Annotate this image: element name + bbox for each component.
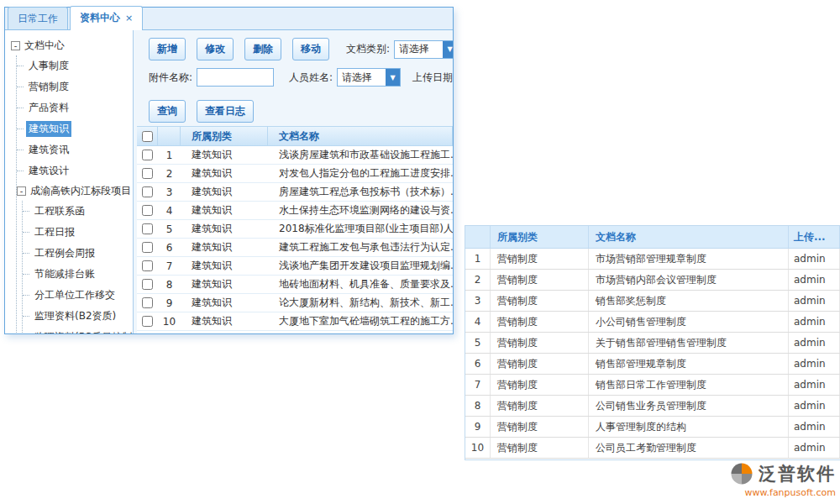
collapse-icon[interactable]: - <box>11 41 20 50</box>
tree-item-label: 工程例会周报 <box>32 245 97 261</box>
table-row[interactable]: 5 建筑知识 2018标准化监理项目部(业主项目部)人员... <box>137 220 453 239</box>
row-doc-name: 小公司销售管理制度 <box>589 312 789 332</box>
delete-button[interactable]: 删除 <box>244 38 281 60</box>
tree-item-label: 分工单位工作移交 <box>32 287 118 303</box>
collapse-icon[interactable]: - <box>17 186 26 196</box>
document-list-pane: 新增 修改 删除 移动 文档类别: 请选择 ▼ 文档 附件名称: 人员姓名: 请… <box>134 30 453 333</box>
tree-item-supervision-b3[interactable]: 监理资料(B3质量控制) <box>23 327 133 333</box>
table-row[interactable]: 9 营销制度 人事管理制度的结构 admin <box>465 417 840 438</box>
tree-item-contact-letter[interactable]: 工程联系函 <box>23 201 133 222</box>
table-row[interactable]: 4 建筑知识 水土保持生态环境监测网络的建设与资... <box>137 202 453 220</box>
row-checkbox[interactable] <box>142 279 153 290</box>
row-doc-name: 销售部管理规章制度 <box>589 354 789 374</box>
tab-data-center[interactable]: 资料中心× <box>70 6 143 30</box>
tree-item-construction-news[interactable]: 建筑资讯 <box>17 139 133 160</box>
header-category: 所属别类 <box>491 226 589 248</box>
document-table: 所属别类 文档名称 1 建筑知识 浅谈房屋建筑和市政基础设施工程施工... 2 … <box>137 126 453 333</box>
row-doc-name: 市场营销部管理规章制度 <box>589 249 789 269</box>
move-button[interactable]: 移动 <box>292 38 329 60</box>
tree-item-construction-knowledge-selected[interactable]: 建筑知识 <box>17 118 133 139</box>
edit-button[interactable]: 修改 <box>197 38 234 60</box>
add-button[interactable]: 新增 <box>149 38 186 60</box>
row-checkbox[interactable] <box>142 260 153 271</box>
table-row[interactable]: 8 营销制度 公司销售业务员管理制度 admin <box>465 396 840 417</box>
chevron-down-icon[interactable]: ▼ <box>443 41 453 58</box>
row-number: 2 <box>465 270 491 290</box>
row-doc-name: 2018标准化监理项目部(业主项目部)人员... <box>268 220 453 238</box>
row-checkbox[interactable] <box>142 205 153 216</box>
select-all-checkbox[interactable] <box>142 131 153 142</box>
chevron-down-icon[interactable]: ▼ <box>386 69 400 86</box>
attachment-name-input[interactable] <box>197 68 274 87</box>
table-row[interactable]: 2 营销制度 市场营销内部会议管理制度 admin <box>465 270 840 291</box>
table-row[interactable]: 4 营销制度 小公司销售管理制度 admin <box>465 312 840 333</box>
query-button[interactable]: 查询 <box>149 100 186 123</box>
view-log-button[interactable]: 查看日志 <box>197 100 254 123</box>
tree-root-document-center[interactable]: - 文档中心 <box>11 36 133 55</box>
header-index <box>158 127 181 145</box>
row-checkbox[interactable] <box>142 223 153 234</box>
close-icon[interactable]: × <box>125 13 133 24</box>
table-row[interactable]: 1 建筑知识 浅谈房屋建筑和市政基础设施工程施工... <box>137 146 453 165</box>
tree-item-construction-design[interactable]: 建筑设计 <box>17 160 133 181</box>
row-uploader: admin <box>789 249 840 269</box>
tree-item-work-transfer[interactable]: 分工单位工作移交 <box>23 285 133 306</box>
row-doc-name: 人事管理制度的结构 <box>589 417 789 437</box>
row-doc-name: 市场营销内部会议管理制度 <box>589 270 789 290</box>
row-category: 建筑知识 <box>181 257 268 275</box>
tree-item-daily-report[interactable]: 工程日报 <box>23 222 133 243</box>
tree-item-personnel-policy[interactable]: 人事制度 <box>17 55 133 76</box>
table-row[interactable]: 6 营销制度 销售部管理规章制度 admin <box>465 354 840 375</box>
row-number: 5 <box>465 333 491 353</box>
row-number: 9 <box>158 294 181 312</box>
table-row[interactable]: 3 营销制度 销售部奖惩制度 admin <box>465 291 840 312</box>
table-row[interactable]: 8 建筑知识 地砖地面材料、机具准备、质量要求及... <box>137 276 453 294</box>
tree-item-label: 监理资料(B3质量控制) <box>32 329 133 333</box>
row-category: 建筑知识 <box>181 294 268 312</box>
tree-item-label: 建筑知识 <box>26 121 71 137</box>
row-category: 建筑知识 <box>181 220 268 238</box>
row-doc-name: 地砖地面材料、机具准备、质量要求及... <box>268 276 453 293</box>
person-value: 请选择 <box>338 71 386 85</box>
row-number: 5 <box>158 220 181 238</box>
row-uploader: admin <box>789 312 840 332</box>
doc-type-select[interactable]: 请选择 ▼ <box>394 40 453 59</box>
row-checkbox[interactable] <box>142 242 153 253</box>
table-header: 所属别类 文档名称 上传... <box>465 226 840 249</box>
row-category: 建筑知识 <box>181 202 268 219</box>
tree-item-weekly-meeting[interactable]: 工程例会周报 <box>23 243 133 264</box>
table-row[interactable]: 1 营销制度 市场营销部管理规章制度 admin <box>465 249 840 270</box>
row-checkbox[interactable] <box>142 168 153 179</box>
tree-item-label: 建筑资讯 <box>26 142 71 158</box>
table-row[interactable]: 7 营销制度 销售部日常工作管理制度 admin <box>465 375 840 396</box>
table-row[interactable]: 6 建筑知识 建筑工程施工发包与承包违法行为认定... <box>137 239 453 257</box>
row-doc-name: 水土保持生态环境监测网络的建设与资... <box>268 202 453 219</box>
row-checkbox[interactable] <box>142 297 153 308</box>
row-doc-name: 销售部奖惩制度 <box>589 291 789 311</box>
table-row[interactable]: 10 建筑知识 大厦地下室加气砼墙砌筑工程的施工方... <box>137 312 453 331</box>
row-number: 8 <box>465 396 491 416</box>
person-select[interactable]: 请选择 ▼ <box>337 68 401 87</box>
row-checkbox[interactable] <box>142 186 153 197</box>
row-category: 营销制度 <box>491 417 589 437</box>
table-row[interactable]: 5 营销制度 关于销售部管理销售管理制度 admin <box>465 333 840 354</box>
row-doc-name: 浅谈房屋建筑和市政基础设施工程施工... <box>268 146 453 164</box>
table-row[interactable]: 7 建筑知识 浅谈地产集团开发建设项目监理规划编... <box>137 257 453 276</box>
table-row[interactable]: 2 建筑知识 对发包人指定分包的工程施工进度安排... <box>137 165 453 183</box>
table-row[interactable]: 10 营销制度 公司员工考勤管理制度 admin <box>465 438 840 459</box>
tree-item-product-data[interactable]: 产品资料 <box>17 97 133 118</box>
table-row[interactable]: 9 建筑知识 论大厦新材料、新结构、新技术、新工... <box>137 294 453 312</box>
tree-root-project[interactable]: - 成渝高铁内江标段项目 <box>17 181 133 201</box>
row-checkbox[interactable] <box>142 150 153 160</box>
row-category: 建筑知识 <box>181 183 268 201</box>
table-row[interactable]: 3 建筑知识 房屋建筑工程总承包投标书（技术标）... <box>137 183 453 202</box>
tree-item-energy-ledger[interactable]: 节能减排台账 <box>23 264 133 285</box>
tree-children: 工程联系函 工程日报 工程例会周报 节能减排台账 分工单位工作移交 监理资料(B… <box>22 201 133 333</box>
row-category: 营销制度 <box>491 291 589 311</box>
row-checkbox[interactable] <box>142 316 153 327</box>
tree-item-marketing-policy[interactable]: 营销制度 <box>17 76 133 97</box>
tree-item-supervision-b2[interactable]: 监理资料(B2资质) <box>23 306 133 327</box>
tab-daily-work[interactable]: 日常工作 <box>8 7 68 29</box>
upload-date-label: 上传日期 <box>412 71 453 85</box>
row-number: 7 <box>158 257 181 275</box>
